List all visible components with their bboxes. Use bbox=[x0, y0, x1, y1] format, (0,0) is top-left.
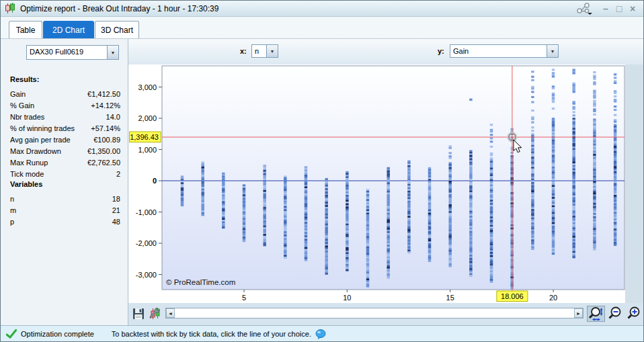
y-tick-label: -1,000 bbox=[136, 208, 157, 216]
data-point[interactable] bbox=[490, 124, 493, 126]
backtest-settings-button[interactable] bbox=[148, 306, 163, 321]
data-point[interactable] bbox=[449, 265, 452, 267]
data-point[interactable] bbox=[573, 91, 575, 93]
y-axis-dropdown[interactable]: Gain ▼ bbox=[450, 44, 559, 58]
x-axis-dropdown[interactable]: n ▼ bbox=[251, 44, 278, 58]
data-point[interactable] bbox=[469, 275, 472, 277]
data-point[interactable] bbox=[573, 108, 575, 110]
data-point[interactable] bbox=[531, 101, 534, 103]
zoom-fit-button[interactable] bbox=[587, 306, 605, 322]
data-point[interactable] bbox=[573, 111, 575, 113]
data-point[interactable] bbox=[531, 76, 534, 78]
data-point[interactable] bbox=[573, 256, 575, 258]
data-point[interactable] bbox=[387, 277, 390, 279]
data-point[interactable] bbox=[264, 244, 266, 246]
maximize-button[interactable]: □ bbox=[612, 3, 626, 15]
tab-2d-chart[interactable]: 2D Chart bbox=[43, 21, 94, 38]
data-point[interactable] bbox=[531, 248, 534, 250]
data-point[interactable] bbox=[573, 73, 575, 75]
share-detach-icon[interactable] bbox=[576, 3, 594, 15]
data-point[interactable] bbox=[614, 73, 616, 75]
data-point[interactable] bbox=[531, 87, 534, 89]
data-point[interactable] bbox=[449, 157, 452, 159]
data-point[interactable] bbox=[531, 126, 534, 128]
data-point[interactable] bbox=[552, 75, 555, 77]
data-point[interactable] bbox=[531, 122, 534, 124]
zoom-in-button[interactable] bbox=[625, 306, 643, 322]
data-point[interactable] bbox=[614, 105, 616, 108]
data-point[interactable] bbox=[531, 91, 534, 93]
result-row-label: Tick mode bbox=[10, 169, 44, 180]
data-point[interactable] bbox=[490, 146, 493, 148]
data-point[interactable] bbox=[202, 214, 204, 216]
data-point[interactable] bbox=[593, 105, 596, 107]
data-point[interactable] bbox=[573, 103, 575, 105]
result-row-value: €1,350.00 bbox=[87, 146, 120, 157]
data-point[interactable] bbox=[614, 77, 616, 79]
data-point[interactable] bbox=[614, 82, 616, 84]
data-point[interactable] bbox=[490, 154, 493, 156]
data-point[interactable] bbox=[490, 281, 493, 283]
data-point[interactable] bbox=[573, 114, 575, 116]
data-point[interactable] bbox=[449, 147, 452, 149]
data-point[interactable] bbox=[284, 257, 286, 259]
data-point[interactable] bbox=[531, 130, 534, 132]
scroll-right-arrow[interactable]: ► bbox=[574, 308, 583, 318]
result-row-label: Max Drawdown bbox=[10, 146, 61, 157]
data-point[interactable] bbox=[181, 204, 184, 206]
data-point[interactable] bbox=[531, 96, 534, 98]
data-point[interactable] bbox=[614, 244, 616, 246]
data-point[interactable] bbox=[346, 269, 348, 271]
data-point[interactable] bbox=[593, 78, 596, 80]
outlier-point[interactable] bbox=[469, 99, 472, 101]
data-point[interactable] bbox=[614, 95, 616, 97]
data-point[interactable] bbox=[531, 118, 534, 120]
zoom-fit-icon bbox=[588, 306, 604, 321]
horizontal-scrollbar[interactable]: ◄ ► bbox=[165, 308, 583, 318]
instrument-dropdown[interactable]: DAX30 Full0619 ▼ bbox=[26, 45, 119, 60]
data-point[interactable] bbox=[552, 253, 555, 255]
close-button[interactable]: × bbox=[626, 3, 639, 15]
data-point[interactable] bbox=[325, 273, 328, 275]
chart-right-band bbox=[625, 65, 644, 303]
data-point[interactable] bbox=[614, 92, 616, 94]
scatter-chart[interactable]: 3,0002,0001,0000-1,000-2,000-3,000510152… bbox=[128, 65, 644, 303]
result-row-label: % of winning trades bbox=[10, 123, 75, 134]
data-point[interactable] bbox=[552, 87, 555, 89]
tab-table[interactable]: Table bbox=[9, 21, 42, 38]
data-point[interactable] bbox=[593, 114, 596, 116]
data-point[interactable] bbox=[614, 121, 616, 123]
data-point[interactable] bbox=[490, 140, 493, 142]
data-point[interactable] bbox=[366, 286, 369, 288]
result-row: Nbr trades14.0 bbox=[10, 112, 120, 123]
zoom-out-button[interactable] bbox=[606, 306, 625, 322]
data-point[interactable] bbox=[552, 101, 555, 103]
data-point[interactable] bbox=[552, 108, 555, 110]
data-point[interactable] bbox=[552, 69, 555, 71]
data-point[interactable] bbox=[305, 259, 307, 261]
data-point[interactable] bbox=[593, 71, 596, 73]
data-point[interactable] bbox=[407, 251, 410, 253]
data-point[interactable] bbox=[614, 101, 616, 103]
save-button[interactable] bbox=[131, 306, 146, 321]
tab-3d-chart[interactable]: 3D Chart bbox=[95, 21, 139, 38]
minimize-button[interactable]: – bbox=[599, 3, 612, 15]
data-point[interactable] bbox=[614, 109, 616, 111]
data-point[interactable] bbox=[531, 71, 534, 73]
scroll-left-arrow[interactable]: ◄ bbox=[166, 308, 175, 318]
data-point[interactable] bbox=[490, 134, 493, 136]
data-point[interactable] bbox=[222, 226, 225, 228]
data-point[interactable] bbox=[428, 260, 431, 262]
data-point[interactable] bbox=[593, 249, 596, 251]
data-point[interactable] bbox=[593, 83, 596, 85]
data-point[interactable] bbox=[243, 240, 245, 242]
data-point[interactable] bbox=[490, 137, 493, 139]
data-point[interactable] bbox=[593, 110, 596, 112]
data-point[interactable] bbox=[490, 130, 493, 132]
data-point[interactable] bbox=[531, 110, 534, 112]
data-point[interactable] bbox=[614, 114, 616, 116]
data-point[interactable] bbox=[593, 97, 596, 99]
plot-area[interactable] bbox=[162, 66, 625, 290]
data-point[interactable] bbox=[531, 79, 534, 81]
data-point[interactable] bbox=[449, 152, 452, 154]
